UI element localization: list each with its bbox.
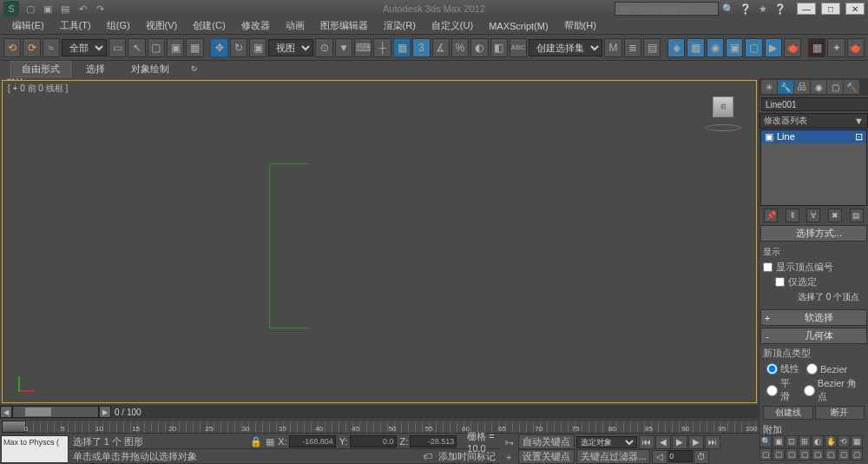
viewport-label[interactable]: [ + 0 前 0 线框 ] <box>8 83 68 95</box>
layer-filter-dropdown[interactable]: 全部 <box>62 39 107 56</box>
zoom-extents-icon[interactable]: ⊡ <box>786 435 798 447</box>
pin-stack-icon[interactable]: 📌 <box>764 209 778 222</box>
rollout-geometry[interactable]: -几何体 <box>760 328 867 344</box>
radio-smooth[interactable] <box>766 385 778 396</box>
nav-extra3-icon[interactable]: ▢ <box>786 448 798 461</box>
save-icon[interactable]: ▤ <box>57 1 73 17</box>
nav-extra1-icon[interactable]: ▢ <box>760 448 772 461</box>
reactor-icon[interactable]: ▦ <box>808 38 825 57</box>
expand-icon[interactable]: ▣ <box>765 131 773 143</box>
modifier-item-line[interactable]: ▣ Line ⊡ <box>761 130 866 143</box>
refcoord-dropdown[interactable]: 视图 <box>268 39 313 56</box>
window-cross-icon[interactable]: ▦ <box>186 38 203 57</box>
nav-extra2-icon[interactable]: ▢ <box>773 448 785 461</box>
move-icon[interactable]: ✥ <box>210 38 227 57</box>
menu-customize[interactable]: 自定义(U) <box>424 17 480 34</box>
add-time-tag[interactable]: 添加时间标记 <box>438 450 496 463</box>
link-icon[interactable]: ⟲ <box>3 38 21 57</box>
maximize-viewport-icon[interactable]: ▦ <box>851 435 863 447</box>
select-icon[interactable]: ▭ <box>108 38 126 57</box>
time-ruler[interactable]: 0 5 10 15 20 25 30 35 40 45 50 55 60 65 … <box>26 420 759 434</box>
panel-tab-utilities[interactable]: 🔨 <box>844 80 859 94</box>
play-icon[interactable]: ▶ <box>672 435 687 449</box>
make-unique-icon[interactable]: ∀ <box>806 209 820 222</box>
set-key-button[interactable]: 设置关键点 <box>518 449 575 464</box>
show-result-icon[interactable]: Ⅱ <box>786 209 799 222</box>
rollout-selection[interactable]: 选择方式... <box>760 225 867 242</box>
tab-freeform[interactable]: 自由形式 <box>10 61 71 77</box>
pan-icon[interactable]: ✋ <box>825 435 837 447</box>
render-setup-icon[interactable]: ▣ <box>726 38 743 57</box>
time-slider[interactable] <box>2 421 26 433</box>
menu-create[interactable]: 创建(C) <box>186 17 232 34</box>
modifier-list-dropdown[interactable]: 修改器列表▼ <box>760 113 868 129</box>
radio-linear[interactable] <box>766 363 778 375</box>
menu-help[interactable]: 帮助(H) <box>557 17 603 34</box>
redo-icon[interactable]: ↷ <box>92 1 108 17</box>
panel-tab-motion[interactable]: ◉ <box>811 80 826 94</box>
unlink-icon[interactable]: ⟳ <box>23 38 40 57</box>
panel-tab-hierarchy[interactable]: 品 <box>794 80 810 94</box>
keyboard-icon[interactable]: ⌨ <box>354 38 372 57</box>
angle-snap-icon[interactable]: ∡ <box>432 38 450 57</box>
material-icon[interactable]: ◉ <box>707 38 724 57</box>
key-mode-icon[interactable]: 🗝 <box>501 434 516 450</box>
create-line-button[interactable]: 创建线 <box>763 406 813 420</box>
panel-tab-create[interactable]: ✳ <box>761 80 777 94</box>
render-icon[interactable]: ▶ <box>765 38 782 57</box>
radio-bezier-corner[interactable] <box>804 385 815 396</box>
bind-icon[interactable]: ≈ <box>43 38 60 57</box>
coord-z-input[interactable] <box>410 435 457 447</box>
remove-mod-icon[interactable]: ✖ <box>828 209 842 222</box>
configure-icon[interactable]: ▤ <box>850 209 864 222</box>
selection-set-dropdown[interactable]: 创建选择集 <box>529 39 602 56</box>
curve-editor-icon[interactable]: ◈ <box>667 38 685 57</box>
help-icon[interactable]: ❔ <box>738 1 753 17</box>
key-filters-button[interactable]: 关键点过滤器... <box>576 449 650 464</box>
show-vertex-num-checkbox[interactable] <box>763 262 773 272</box>
isolate-icon[interactable]: ▦ <box>266 434 275 449</box>
rollout-soft-selection[interactable]: +软选择 <box>760 309 867 326</box>
close-button[interactable]: ✕ <box>845 3 865 15</box>
menu-maxscript[interactable]: MAXScript(M) <box>482 19 555 33</box>
prev-frame-icon[interactable]: ◀ <box>655 435 671 449</box>
rotate-icon[interactable]: ↻ <box>230 38 247 57</box>
nav-extra6-icon[interactable]: ▢ <box>825 448 837 461</box>
zoom-extents-all-icon[interactable]: ⊞ <box>799 435 811 447</box>
nav-extra8-icon[interactable]: ▢ <box>851 448 863 461</box>
zoom-all-icon[interactable]: ▣ <box>773 435 785 447</box>
coord-x-input[interactable] <box>289 435 336 447</box>
mirror-icon[interactable]: M <box>604 38 621 57</box>
radio-bezier[interactable] <box>806 363 818 375</box>
align-icon[interactable]: ≣ <box>624 38 641 57</box>
menu-animation[interactable]: 动画 <box>279 17 312 34</box>
orbit-icon[interactable]: ⟲ <box>838 435 850 447</box>
info-icon[interactable]: ❔ <box>773 1 788 17</box>
help-search-input[interactable] <box>615 2 719 16</box>
search-icon[interactable]: 🔍 <box>720 1 736 17</box>
layers-icon[interactable]: ▤ <box>643 38 661 57</box>
open-icon[interactable]: ▣ <box>40 1 56 17</box>
line-object[interactable] <box>269 163 308 328</box>
panel-tab-modify[interactable]: 🔧 <box>778 80 793 94</box>
panel-tab-display[interactable]: ▢ <box>827 80 843 94</box>
tab-select[interactable]: 选择 <box>75 61 116 77</box>
minimize-button[interactable]: — <box>797 3 816 15</box>
goto-start-icon[interactable]: ⏮ <box>639 435 654 449</box>
time-config-icon[interactable]: ⏱ <box>694 450 709 464</box>
break-button[interactable]: 断开 <box>815 406 865 420</box>
frame-input[interactable] <box>668 450 693 462</box>
zoom-icon[interactable]: 🔍 <box>760 435 772 447</box>
coord-y-input[interactable] <box>350 435 397 447</box>
edge-icon[interactable]: ◧ <box>490 38 508 57</box>
maxscript-listener[interactable]: Max to Physcs ( <box>1 435 69 463</box>
cursor-icon[interactable]: ↖ <box>128 38 145 57</box>
percent-snap-icon[interactable]: % <box>451 38 469 57</box>
manip-icon[interactable]: ▼ <box>335 38 352 57</box>
menu-views[interactable]: 视图(V) <box>139 17 185 34</box>
star-icon[interactable]: ★ <box>755 1 771 17</box>
nav-extra4-icon[interactable]: ▢ <box>799 448 811 461</box>
nav-extra7-icon[interactable]: ▢ <box>838 448 850 461</box>
rendered-frame-icon[interactable]: ▢ <box>745 38 762 57</box>
next-frame-icon[interactable]: ▶ <box>688 435 704 449</box>
